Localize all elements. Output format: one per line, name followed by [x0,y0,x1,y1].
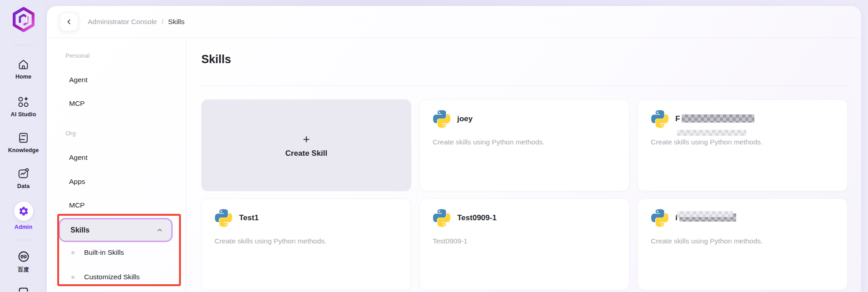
rail-label-data: Data [17,183,30,189]
panel-header: Administrator Console / Skills [47,6,861,38]
skill-card-description: Create skills using Python methods. [651,138,834,146]
ai-studio-icon [17,96,30,108]
home-icon [17,58,30,70]
skill-card-title: Test1 [239,213,259,223]
create-skill-label: Create Skill [285,149,328,158]
python-icon [215,209,233,227]
page-title: Skills [201,53,231,66]
rail-label-admin: Admin [15,224,32,230]
subnav-item-org-mcp[interactable]: MCP [69,201,85,209]
skill-card-description: Create skills using Python methods. [433,138,616,146]
skill-card-redacted-1[interactable]: F Create skills using Python methods. [638,99,848,191]
knowledge-icon [17,132,30,144]
app-logo[interactable] [0,6,47,33]
breadcrumb-section[interactable]: Administrator Console [88,18,157,26]
subnav-item-org-agent[interactable]: Agent [69,153,88,162]
subnav-item-built-in-skills[interactable]: Built-in Skills [71,248,124,257]
rail-label-ai-studio: AI Studio [11,111,36,118]
rail-label-home: Home [15,74,31,80]
python-icon [433,110,451,128]
bullet-dot-icon [71,276,75,279]
breadcrumb: Administrator Console / Skills [88,18,185,26]
rail-divider-bottom [14,240,34,240]
app-rail: Home AI Studio Knowledge Data [0,0,47,292]
admin-gear-icon [18,206,29,217]
rail-item-baidu[interactable]: 百度 [0,250,47,274]
skills-pill-label: Skills [70,226,90,234]
skill-card-joey[interactable]: joey Create skills using Python methods. [419,99,629,191]
rail-item-home[interactable]: Home [0,58,47,80]
rail-item-ai-studio[interactable]: AI Studio [0,96,47,118]
rail-item-scan-partial[interactable] [0,286,47,292]
redacted-overline-mosaic [677,211,733,217]
skill-card-title: joey [457,114,473,124]
back-button[interactable] [60,13,78,31]
built-in-skills-label: Built-in Skills [84,248,124,257]
admin-subnav: Personal Agent MCP Org Agent Apps MCP Sk… [47,38,186,292]
plus-icon: + [303,133,309,145]
skill-card-title: Test0909-1 [457,213,497,223]
rail-label-knowledge: Knowledge [8,147,39,153]
rail-item-data[interactable]: Data [0,168,47,189]
scan-icon [17,286,30,292]
subnav-item-personal-agent[interactable]: Agent [69,76,88,84]
skill-card-title-redacted: F [675,114,754,124]
skill-card-test1[interactable]: Test1 Create skills using Python methods… [201,198,411,290]
customized-skills-label: Customized Skills [84,273,140,281]
data-icon [17,168,30,180]
rail-label-baidu: 百度 [18,266,29,274]
bullet-dot-icon [71,251,75,254]
python-icon [433,209,451,227]
skill-card-description: Create skills using Python methods. [215,237,398,245]
breadcrumb-separator: / [161,18,163,26]
skill-card-description: Create skills using Python methods. [651,237,834,245]
console-panel: Administrator Console / Skills Personal … [47,6,861,292]
subnav-section-org: Org [65,130,76,137]
create-skill-card[interactable]: + Create Skill [201,99,411,191]
title-divider [201,85,848,86]
python-icon [651,209,669,227]
breadcrumb-current: Skills [168,18,185,26]
skill-card-description: Test0909-1 [433,237,616,245]
admin-active-circle [14,202,33,221]
subnav-item-customized-skills[interactable]: Customized Skills [71,273,140,281]
redacted-subtitle-mosaic [677,130,746,136]
skills-grid: + Create Skill joey Create skills using … [201,99,848,290]
skill-card-redacted-2[interactable]: i Create skills using Python methods. [638,198,848,290]
subnav-item-skills[interactable]: Skills [59,218,173,242]
baidu-link-icon [17,250,30,263]
subnav-section-personal: Personal [65,52,90,59]
chevron-left-icon [65,18,73,25]
rail-item-knowledge[interactable]: Knowledge [0,132,47,153]
subnav-item-personal-mcp[interactable]: MCP [69,99,85,108]
skills-page: Skills + Create Skill joey Create sk [186,38,861,292]
rail-divider-top [14,45,34,45]
python-icon [651,110,669,128]
subnav-item-org-apps[interactable]: Apps [69,178,85,186]
redacted-title-mosaic [682,114,754,123]
rail-item-admin[interactable]: Admin [0,202,47,230]
chevron-up-icon [156,227,163,233]
skill-card-test0909-1[interactable]: Test0909-1 Test0909-1 [419,198,629,290]
cube-logo-icon [10,6,37,33]
